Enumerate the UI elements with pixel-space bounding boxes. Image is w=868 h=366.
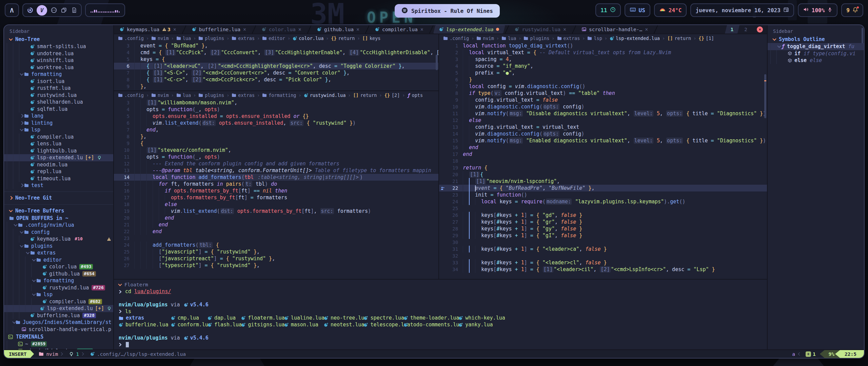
tree-item[interactable]: keymaps.lua#10 (4, 236, 113, 243)
breadcrumb-segment[interactable]: lua (176, 36, 191, 41)
tab-close-icon[interactable]: × (173, 26, 176, 33)
breadcrumb-segment[interactable]: color.lua (293, 36, 323, 41)
tree-item[interactable]: linting (4, 120, 113, 127)
code-line[interactable]: 11opts = function(_, opts) (114, 154, 438, 160)
floaterm-panel[interactable]: Floatermcd lua/plugins/nvim/lua/plugins … (114, 279, 767, 349)
tree-item[interactable]: lang (4, 113, 113, 120)
code-line[interactable]: 11vim.notify(msg: "Disable diagnostics v… (439, 110, 767, 117)
tab-close-icon[interactable]: × (356, 26, 359, 33)
code-line[interactable]: 17opts.formatters_by_ft[ft] = formatters (114, 194, 438, 201)
breadcrumb-segment[interactable]: ƒopts (407, 93, 423, 98)
tree-item[interactable]: sqlfmt.lua (4, 106, 113, 113)
app-launcher-button[interactable]: Λ (5, 3, 19, 17)
tree-item[interactable]: config (4, 229, 113, 236)
tab-compiler-lua[interactable]: compiler.lua× (369, 25, 429, 34)
section-neo-tree[interactable]: Neo-Tree (4, 35, 113, 43)
code-line[interactable]: 19return { (439, 164, 767, 171)
code-line[interactable]: 8}, (114, 133, 438, 140)
code-line[interactable]: 13---@param tbl table<string, conform.Fo… (114, 167, 438, 174)
code-line[interactable]: 17end (439, 151, 767, 158)
tab-close-icon[interactable]: × (420, 26, 423, 33)
weather-widget[interactable]: 24°C (654, 3, 687, 17)
code-line[interactable]: 12else (439, 117, 767, 124)
code-line[interactable]: 12--- Extend the conform plugin config a… (114, 160, 438, 167)
audio-widget[interactable]: 100% (798, 3, 838, 17)
tree-item[interactable]: ~#2859 (4, 341, 113, 348)
tab-github-lua[interactable]: github.lua× (311, 25, 365, 34)
code-line[interactable]: 14vim.diagnostic.config(opts: config) (439, 130, 767, 137)
windows-icon[interactable] (60, 7, 67, 14)
tree-item[interactable]: .config/nvim/lua (4, 222, 113, 229)
code-line[interactable]: 1local function toggle_diag_virtext() (439, 42, 767, 49)
breadcrumb-segment[interactable]: .config (118, 36, 144, 41)
code-line[interactable]: 32 (439, 252, 767, 259)
browser-icon[interactable] (26, 7, 34, 14)
code-line[interactable]: 31keys[#keys + 1] = { "<leader>ca", fals… (439, 246, 767, 252)
breadcrumb-segment[interactable]: []return (667, 36, 691, 41)
updates-widget[interactable]: 11 (595, 3, 620, 17)
section-neo-tree-buffers[interactable]: Neo-Tree Buffers (4, 207, 113, 215)
tree-item[interactable]: repl.lua (4, 168, 113, 175)
code-line[interactable]: 4opts = function(_, opts) (114, 106, 438, 113)
code-line[interactable]: 5opts.ensure_installed = opts.ensure_ins… (114, 113, 438, 120)
tree-item[interactable]: rustfmt.lua (4, 85, 113, 92)
code-line[interactable]: 6} (439, 76, 767, 83)
code-line[interactable]: 24add_formatters(tbl: { (114, 242, 438, 248)
code-line[interactable]: 34keys[#keys + 1] = { [1]"<leader>cil", … (439, 266, 767, 273)
code-line[interactable]: 10vim.diagnostic.config(opts: config) (439, 103, 767, 110)
code-line[interactable]: 25 (439, 205, 767, 212)
code-line[interactable]: 24local keys = require(modname: "lazyvim… (439, 198, 767, 205)
breadcrumb-segment[interactable]: rustywind.lua (304, 93, 346, 98)
code-line[interactable]: 5prefix = "●", (439, 69, 767, 76)
code-line[interactable]: 19vim.list_extend(dst: opts.formatters_b… (114, 208, 438, 215)
tab-close-icon[interactable]: × (563, 26, 566, 33)
close-all-button[interactable]: × (757, 26, 763, 33)
code-line[interactable]: 3spacing = 4, (439, 56, 767, 63)
breadcrumb-segment[interactable]: lua (176, 93, 191, 98)
breadcrumb-segment[interactable]: extras (557, 36, 580, 41)
code-line[interactable]: 9config.virtual_text = false (439, 97, 767, 103)
document-icon[interactable] (71, 7, 78, 14)
file-path-item[interactable]: .config/…/lsp/lsp-extended.lua (90, 351, 186, 357)
breadcrumb-segment[interactable]: .config (443, 36, 469, 41)
breadcrumb-segment[interactable]: lua (501, 36, 516, 41)
tab-lsp-extended-lua[interactable]: lsp-extended.lua (433, 25, 505, 34)
code-line[interactable]: 21[1]"neovim/nvim-lspconfig", (439, 178, 767, 185)
breadcrumb-segment[interactable]: plugins (198, 93, 224, 98)
breadcrumb-segment[interactable]: []keys (362, 36, 381, 41)
tree-item[interactable]: smart-splits.lua (4, 43, 113, 50)
code-line[interactable]: 5keys = { (114, 56, 438, 63)
tree-item[interactable]: lens.lua (4, 140, 113, 147)
code-line[interactable]: 4source = "if_many", (439, 63, 767, 69)
breadcrumb-segment[interactable]: []return (353, 93, 377, 98)
cwd-item[interactable]: nvim (39, 351, 58, 357)
code-line[interactable]: 9{ (114, 140, 438, 147)
code-line[interactable]: 26keys[#keys + 1] = { "gd", false } (439, 212, 767, 219)
notifications-widget[interactable]: 9 (841, 3, 863, 17)
code-line[interactable]: 23init = function() (439, 191, 767, 198)
breadcrumb-segment[interactable]: editor (262, 36, 285, 41)
tree-item[interactable]: github.lua#654 (4, 270, 113, 278)
code-line[interactable]: 3[1]"williamboman/mason.nvim", (114, 99, 438, 106)
tab-close-icon[interactable]: × (243, 26, 246, 33)
tree-item[interactable]: rustywind.lua (4, 92, 113, 99)
tree-item[interactable]: shellharden.lua (4, 99, 113, 106)
code-line[interactable]: 18else (114, 201, 438, 208)
code-line[interactable]: 7{ [1]"<S-C>", [2]"<cmd>CccConvert<cr>",… (114, 69, 438, 76)
code-line[interactable]: 18 (439, 158, 767, 164)
tree-item[interactable]: compiler.lua (4, 134, 113, 141)
code-line[interactable]: 23 (114, 235, 438, 242)
tab-page-2[interactable]: 2 (739, 25, 753, 34)
tree-item[interactable]: extras (4, 249, 113, 257)
tab-close-icon[interactable]: × (298, 26, 301, 33)
symbol-item[interactable]: ifif type(config.vi (768, 50, 864, 57)
code-line[interactable]: 7end, (114, 126, 438, 133)
code-line[interactable]: 20end (114, 215, 438, 221)
code-line[interactable]: 29keys[#keys + 1] = { "gI", false } (439, 232, 767, 239)
scrollbar-handle[interactable] (862, 28, 863, 43)
editor-pane-lsp-extended-lua[interactable]: .config›nvim›lua›plugins›extras›lsp›lsp-… (439, 34, 767, 279)
breadcrumb-segment[interactable]: formatting (262, 93, 296, 98)
tree-item[interactable]: timeout.lua (4, 175, 113, 182)
tree-item[interactable]: scrollbar-handle-vertical.p (4, 326, 113, 333)
code-line[interactable]: 20[1]{ (439, 171, 767, 178)
